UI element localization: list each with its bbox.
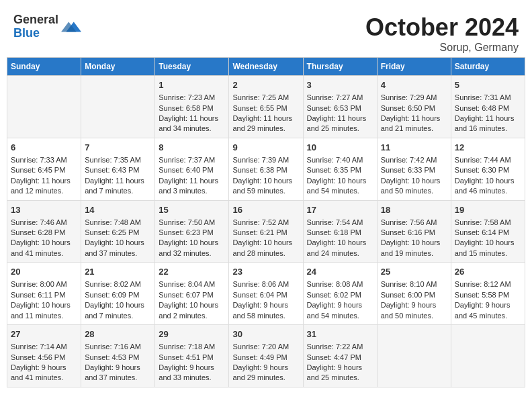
calendar-cell: 26Sunrise: 8:12 AM Sunset: 5:58 PM Dayli… — [451, 263, 525, 325]
calendar-cell: 9Sunrise: 7:39 AM Sunset: 6:38 PM Daylig… — [229, 138, 303, 200]
calendar-cell: 20Sunrise: 8:00 AM Sunset: 6:11 PM Dayli… — [7, 263, 81, 325]
day-number: 12 — [455, 142, 521, 154]
calendar-cell: 27Sunrise: 7:14 AM Sunset: 4:56 PM Dayli… — [7, 325, 81, 387]
day-number: 31 — [307, 328, 373, 340]
day-number: 19 — [455, 204, 521, 216]
day-info: Sunrise: 7:56 AM Sunset: 6:16 PM Dayligh… — [381, 218, 441, 257]
calendar-cell: 30Sunrise: 7:20 AM Sunset: 4:49 PM Dayli… — [229, 325, 303, 387]
logo-blue-text: Blue — [13, 27, 58, 40]
day-info: Sunrise: 7:37 AM Sunset: 6:40 PM Dayligh… — [159, 156, 218, 195]
day-number: 24 — [307, 266, 373, 278]
day-number: 26 — [455, 266, 521, 278]
day-info: Sunrise: 8:10 AM Sunset: 6:00 PM Dayligh… — [381, 280, 437, 319]
day-info: Sunrise: 8:06 AM Sunset: 6:04 PM Dayligh… — [232, 280, 289, 319]
calendar-week-row: 6Sunrise: 7:33 AM Sunset: 6:45 PM Daylig… — [7, 138, 525, 200]
col-header-tuesday: Tuesday — [155, 58, 229, 76]
calendar-cell: 31Sunrise: 7:22 AM Sunset: 4:47 PM Dayli… — [303, 325, 377, 387]
day-number: 7 — [85, 142, 151, 154]
day-info: Sunrise: 7:25 AM Sunset: 6:55 PM Dayligh… — [232, 93, 292, 132]
calendar-cell: 13Sunrise: 7:46 AM Sunset: 6:28 PM Dayli… — [7, 200, 81, 263]
day-number: 4 — [381, 79, 447, 91]
col-header-friday: Friday — [377, 58, 451, 76]
day-info: Sunrise: 7:46 AM Sunset: 6:28 PM Dayligh… — [11, 218, 71, 257]
calendar-table: SundayMondayTuesdayWednesdayThursdayFrid… — [7, 57, 525, 387]
day-info: Sunrise: 7:52 AM Sunset: 6:21 PM Dayligh… — [232, 218, 292, 257]
day-info: Sunrise: 7:50 AM Sunset: 6:23 PM Dayligh… — [159, 218, 218, 257]
calendar-cell: 22Sunrise: 8:04 AM Sunset: 6:07 PM Dayli… — [155, 263, 229, 325]
day-number: 8 — [159, 142, 225, 154]
day-number: 29 — [159, 328, 225, 340]
calendar-cell: 21Sunrise: 8:02 AM Sunset: 6:09 PM Dayli… — [81, 263, 155, 325]
day-info: Sunrise: 7:40 AM Sunset: 6:35 PM Dayligh… — [307, 156, 367, 195]
day-info: Sunrise: 7:23 AM Sunset: 6:58 PM Dayligh… — [159, 93, 218, 132]
col-header-wednesday: Wednesday — [229, 58, 303, 76]
day-info: Sunrise: 7:58 AM Sunset: 6:14 PM Dayligh… — [455, 218, 515, 257]
calendar-cell: 17Sunrise: 7:54 AM Sunset: 6:18 PM Dayli… — [303, 200, 377, 263]
calendar-cell: 14Sunrise: 7:48 AM Sunset: 6:25 PM Dayli… — [81, 200, 155, 263]
col-header-sunday: Sunday — [7, 58, 81, 76]
page-title: October 2024 — [365, 13, 519, 42]
calendar-cell: 8Sunrise: 7:37 AM Sunset: 6:40 PM Daylig… — [155, 138, 229, 200]
day-info: Sunrise: 7:44 AM Sunset: 6:30 PM Dayligh… — [455, 156, 515, 195]
calendar-cell: 11Sunrise: 7:42 AM Sunset: 6:33 PM Dayli… — [377, 138, 451, 200]
logo-icon — [61, 17, 81, 37]
calendar-cell: 5Sunrise: 7:31 AM Sunset: 6:48 PM Daylig… — [451, 76, 525, 138]
day-info: Sunrise: 7:39 AM Sunset: 6:38 PM Dayligh… — [232, 156, 292, 195]
day-info: Sunrise: 8:00 AM Sunset: 6:11 PM Dayligh… — [11, 280, 71, 319]
day-number: 16 — [232, 204, 299, 216]
calendar-cell: 29Sunrise: 7:18 AM Sunset: 4:51 PM Dayli… — [155, 325, 229, 387]
day-number: 9 — [232, 142, 299, 154]
day-number: 27 — [11, 328, 77, 340]
calendar-cell: 2Sunrise: 7:25 AM Sunset: 6:55 PM Daylig… — [229, 76, 303, 138]
calendar-cell: 23Sunrise: 8:06 AM Sunset: 6:04 PM Dayli… — [229, 263, 303, 325]
day-number: 23 — [232, 266, 299, 278]
calendar-week-row: 1Sunrise: 7:23 AM Sunset: 6:58 PM Daylig… — [7, 76, 525, 138]
calendar-week-row: 27Sunrise: 7:14 AM Sunset: 4:56 PM Dayli… — [7, 325, 525, 387]
col-header-monday: Monday — [81, 58, 155, 76]
calendar-cell: 12Sunrise: 7:44 AM Sunset: 6:30 PM Dayli… — [451, 138, 525, 200]
page-subtitle: Sorup, Germany — [365, 42, 519, 54]
calendar-cell: 7Sunrise: 7:35 AM Sunset: 6:43 PM Daylig… — [81, 138, 155, 200]
day-number: 28 — [85, 328, 151, 340]
day-info: Sunrise: 7:16 AM Sunset: 4:53 PM Dayligh… — [85, 342, 141, 381]
calendar-week-row: 20Sunrise: 8:00 AM Sunset: 6:11 PM Dayli… — [7, 263, 525, 325]
day-number: 17 — [307, 204, 373, 216]
day-number: 14 — [85, 204, 151, 216]
calendar-cell: 24Sunrise: 8:08 AM Sunset: 6:02 PM Dayli… — [303, 263, 377, 325]
day-number: 3 — [307, 79, 373, 91]
logo-general-text: General — [13, 13, 58, 27]
day-info: Sunrise: 8:04 AM Sunset: 6:07 PM Dayligh… — [159, 280, 218, 319]
day-info: Sunrise: 7:48 AM Sunset: 6:25 PM Dayligh… — [85, 218, 144, 257]
day-number: 20 — [11, 266, 77, 278]
calendar-cell — [451, 325, 525, 387]
calendar-cell — [7, 76, 81, 138]
day-info: Sunrise: 7:22 AM Sunset: 4:47 PM Dayligh… — [307, 342, 363, 381]
calendar-cell: 15Sunrise: 7:50 AM Sunset: 6:23 PM Dayli… — [155, 200, 229, 263]
col-header-thursday: Thursday — [303, 58, 377, 76]
day-info: Sunrise: 7:29 AM Sunset: 6:50 PM Dayligh… — [381, 93, 441, 132]
calendar-week-row: 13Sunrise: 7:46 AM Sunset: 6:28 PM Dayli… — [7, 200, 525, 263]
day-number: 25 — [381, 266, 447, 278]
calendar-cell: 19Sunrise: 7:58 AM Sunset: 6:14 PM Dayli… — [451, 200, 525, 263]
day-info: Sunrise: 7:14 AM Sunset: 4:56 PM Dayligh… — [11, 342, 67, 381]
day-info: Sunrise: 7:18 AM Sunset: 4:51 PM Dayligh… — [159, 342, 215, 381]
day-number: 13 — [11, 204, 77, 216]
calendar-cell — [377, 325, 451, 387]
day-number: 1 — [159, 79, 225, 91]
day-info: Sunrise: 7:27 AM Sunset: 6:53 PM Dayligh… — [307, 93, 367, 132]
day-info: Sunrise: 7:20 AM Sunset: 4:49 PM Dayligh… — [232, 342, 289, 381]
day-number: 11 — [381, 142, 447, 154]
calendar-cell: 25Sunrise: 8:10 AM Sunset: 6:00 PM Dayli… — [377, 263, 451, 325]
title-block: October 2024 Sorup, Germany — [365, 13, 519, 54]
calendar-cell — [81, 76, 155, 138]
logo: General Blue — [13, 13, 81, 40]
calendar-cell: 6Sunrise: 7:33 AM Sunset: 6:45 PM Daylig… — [7, 138, 81, 200]
col-header-saturday: Saturday — [451, 58, 525, 76]
calendar-cell: 3Sunrise: 7:27 AM Sunset: 6:53 PM Daylig… — [303, 76, 377, 138]
day-info: Sunrise: 8:12 AM Sunset: 5:58 PM Dayligh… — [455, 280, 511, 319]
day-number: 30 — [232, 328, 299, 340]
day-number: 2 — [232, 79, 299, 91]
day-number: 18 — [381, 204, 447, 216]
calendar-cell: 10Sunrise: 7:40 AM Sunset: 6:35 PM Dayli… — [303, 138, 377, 200]
calendar-cell: 1Sunrise: 7:23 AM Sunset: 6:58 PM Daylig… — [155, 76, 229, 138]
